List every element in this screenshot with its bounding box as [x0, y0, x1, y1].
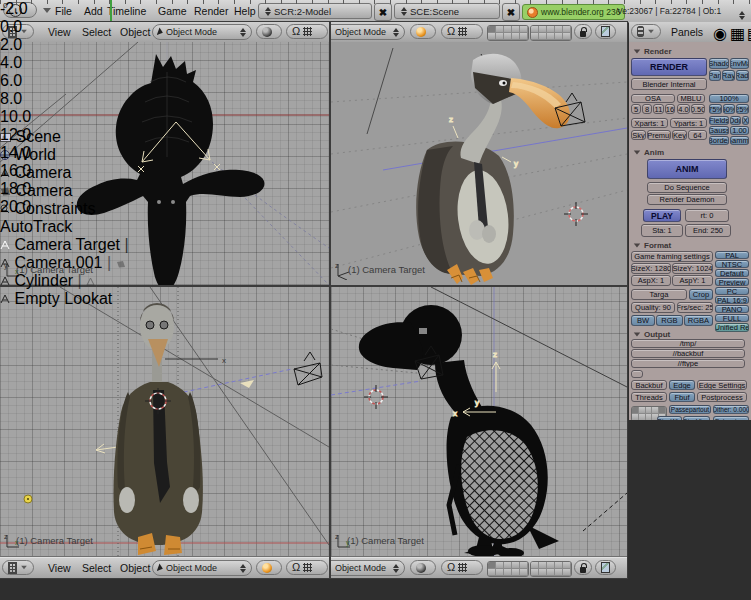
gauss-value-field[interactable]: 1.00	[730, 126, 749, 135]
shadow-toggle[interactable]: Shado	[709, 58, 729, 69]
osa-5-button[interactable]: 5	[631, 104, 641, 114]
do-sequence-toggle[interactable]: Do Sequence	[647, 182, 727, 193]
scene-context-button[interactable]: ▦	[730, 24, 745, 39]
ftype-path-field[interactable]: //ftype	[631, 359, 745, 368]
size-25-button[interactable]: 25%	[736, 104, 749, 114]
preset-pal-button[interactable]: PAL	[715, 251, 749, 259]
xparts-field[interactable]: Xparts: 1	[631, 118, 668, 128]
orbit-controls[interactable]: Ω	[286, 560, 328, 575]
pano-toggle[interactable]: Pan	[709, 70, 721, 81]
layer-buttons-1[interactable]	[487, 561, 529, 577]
filetype-dropdown[interactable]: Targa	[631, 289, 687, 300]
object-menu[interactable]: Object	[120, 560, 150, 576]
mblur-toggle[interactable]: MBLU	[677, 94, 705, 103]
outliner-row-camera-target[interactable]: Camera Target |	[0, 236, 129, 254]
layer-buttons-2[interactable]	[530, 561, 572, 577]
fields-toggle[interactable]: Fields	[709, 116, 729, 125]
draw-mode-button[interactable]	[256, 560, 282, 575]
size-75-button[interactable]: 75%	[709, 104, 722, 114]
scene-close-button[interactable]: ✖	[502, 3, 520, 21]
render-preview-button[interactable]	[595, 560, 616, 575]
dither-field[interactable]: Dither: 0.000	[713, 405, 749, 414]
output-path-field[interactable]: /tmp/	[631, 339, 745, 348]
osa-toggle[interactable]: OSA	[631, 94, 675, 103]
view-menu[interactable]: View	[48, 560, 71, 576]
play-button[interactable]: PLAY	[643, 209, 681, 222]
crop-toggle[interactable]: Crop	[689, 289, 713, 300]
screen-close-button[interactable]: ✖	[374, 3, 392, 21]
anim-button[interactable]: ANIM	[647, 159, 727, 179]
render-panel-tab[interactable]: Render	[633, 47, 672, 56]
outliner-row-camera-001[interactable]: Camera.001 |	[0, 254, 129, 272]
lock-layers-button[interactable]	[574, 24, 592, 39]
preset-default-button[interactable]: Default	[715, 269, 749, 277]
render-preview-button[interactable]	[595, 24, 616, 39]
framing-dropdown[interactable]: Game framing settings	[631, 251, 713, 262]
quality-field[interactable]: Quality: 90	[631, 302, 675, 313]
render-button[interactable]: RENDER	[631, 58, 707, 76]
outliner-row-cylinder[interactable]: Cylinder |	[0, 272, 129, 290]
outliner-row-empty-lookat[interactable]: Empty Lookat	[0, 290, 129, 308]
output-panel-tab[interactable]: Output	[633, 330, 670, 339]
sky-toggle[interactable]: Sky	[631, 130, 646, 140]
render-daemon-toggle[interactable]: Render Daemon	[647, 194, 727, 205]
x-toggle[interactable]: X	[742, 116, 749, 125]
menu-game[interactable]: Game	[158, 3, 187, 19]
bw-toggle[interactable]: BW	[631, 315, 655, 326]
border-toggle[interactable]: Border	[709, 136, 729, 145]
shading-context-button[interactable]: ◉	[713, 24, 728, 39]
threads-toggle[interactable]: Threads	[631, 392, 667, 402]
preset-ntsc-button[interactable]: NTSC	[715, 260, 749, 268]
preset-full-button[interactable]: FULL	[715, 314, 749, 322]
draw-mode-button[interactable]	[410, 560, 436, 575]
dispview-toggle[interactable]: DispView	[683, 416, 710, 420]
start-frame-field[interactable]: Sta: 1	[641, 224, 683, 237]
window-type-button[interactable]	[2, 560, 34, 575]
fbuf-toggle[interactable]: Fbuf	[669, 392, 695, 402]
fps-field[interactable]: Frs/sec: 25	[677, 302, 713, 313]
format-panel-tab[interactable]: Format	[633, 241, 671, 250]
mode-dropdown[interactable]: Object Mode	[331, 560, 405, 576]
orbit-controls[interactable]: Ω	[441, 560, 483, 575]
rgb-toggle[interactable]: RGB	[656, 315, 683, 326]
preset-pc-button[interactable]: PC	[715, 287, 749, 295]
asp-x-field[interactable]: AspX: 1	[631, 275, 671, 286]
end-frame-field[interactable]: End: 250	[685, 224, 731, 237]
draw-mode-button[interactable]	[256, 24, 282, 39]
viewport-canvas[interactable]: z y z (1) Camera Target	[331, 42, 627, 285]
envmap-toggle[interactable]: EnvMa	[730, 58, 749, 69]
layer-buttons-2[interactable]	[530, 25, 572, 41]
layer-buttons-1[interactable]	[487, 25, 529, 41]
menu-help[interactable]: Help	[234, 3, 256, 19]
osa-11-button[interactable]: 11	[653, 104, 664, 114]
mblur-factor[interactable]: 4.0	[677, 104, 690, 114]
draw-mode-button[interactable]	[410, 24, 436, 39]
size-50-button[interactable]: 50%	[723, 104, 735, 114]
gauss-toggle[interactable]: Gauss	[709, 126, 729, 135]
mode-dropdown[interactable]: Object Mode	[152, 24, 252, 40]
osa-8-button[interactable]: 8	[642, 104, 652, 114]
window-type-button[interactable]	[631, 24, 661, 39]
scrollbar-thumb[interactable]	[0, 308, 6, 368]
size-x-field[interactable]: SizeX: 1280	[631, 263, 671, 274]
postprocess-dropdown[interactable]: Postprocess	[697, 392, 747, 402]
odd-toggle[interactable]: Odd	[730, 116, 741, 125]
panels-menu[interactable]: Panels	[671, 24, 703, 40]
screen-selector[interactable]: SCR:2-Model	[258, 3, 372, 19]
size-y-field[interactable]: SizeY: 1024	[672, 263, 713, 274]
current-frame-marker[interactable]	[110, 0, 112, 21]
edge-toggle[interactable]: Edge	[669, 380, 695, 390]
unified-renderer-toggle[interactable]: Unified Re	[715, 323, 749, 332]
select-menu[interactable]: Select	[82, 560, 111, 576]
website-badge[interactable]: www.blender.org 236	[522, 4, 625, 20]
editing-context-button[interactable]: ▤	[747, 24, 751, 39]
dispwin-toggle[interactable]: DispWin	[657, 416, 682, 420]
gamma-toggle[interactable]: Gamma	[730, 136, 749, 145]
rgba-toggle[interactable]: RGBA	[684, 315, 713, 326]
anim-panel-tab[interactable]: Anim	[633, 148, 664, 157]
preset-preview-button[interactable]: Preview	[715, 278, 749, 286]
timeline-window[interactable]: 0 -2.0 0.0 2.0 4.0 6.0 8.0 10.0 12.0 14.…	[0, 0, 31, 216]
backbuf-path-field[interactable]: //backbuf	[631, 349, 745, 358]
scene-link-button[interactable]	[631, 370, 643, 378]
lock-layers-button[interactable]	[574, 560, 592, 575]
